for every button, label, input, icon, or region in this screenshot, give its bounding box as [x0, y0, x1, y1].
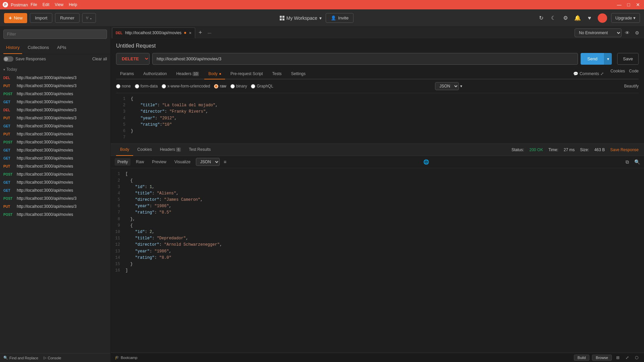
- settings-icon[interactable]: ⚙: [633, 30, 641, 36]
- send-dropdown-button[interactable]: ▾: [604, 53, 612, 65]
- tab-headers[interactable]: Headers 10: [172, 69, 203, 79]
- list-item[interactable]: GET http://localhost:3000/api/movies: [0, 122, 110, 130]
- history-url: http://localhost:3000/api/movies: [17, 164, 73, 169]
- tab-authorization[interactable]: Authorization: [139, 69, 171, 79]
- list-item[interactable]: PUT http://localhost:3000/api/movies/3: [0, 202, 110, 210]
- body-formdata-radio[interactable]: form-data: [135, 84, 158, 88]
- sidebar-search-input[interactable]: [3, 29, 107, 39]
- sidebar-tab-history[interactable]: History: [3, 42, 22, 54]
- find-replace-button[interactable]: 🔍 Find and Replace: [3, 356, 38, 360]
- resp-format-preview[interactable]: Preview: [149, 158, 169, 166]
- menu-file[interactable]: File: [31, 2, 37, 7]
- bootcamp-button[interactable]: 🎓 Bootcamp: [115, 355, 138, 360]
- tab-params[interactable]: Params: [116, 69, 138, 79]
- resp-format-raw[interactable]: Raw: [133, 158, 147, 166]
- more-tabs-button[interactable]: ···: [205, 30, 214, 36]
- eye-icon[interactable]: 👁: [623, 30, 632, 36]
- wrap-icon[interactable]: ≡: [224, 159, 226, 165]
- list-item[interactable]: POST http://localhost:3000/api/movies/3: [0, 194, 110, 202]
- list-item[interactable]: POST http://localhost:3000/api/movies: [0, 138, 110, 146]
- tab-pre-request[interactable]: Pre-request Script: [226, 69, 267, 79]
- body-none-radio[interactable]: none: [116, 84, 131, 88]
- list-item[interactable]: DEL http://localhost:3000/api/movies/3: [0, 74, 110, 82]
- new-button[interactable]: + New: [4, 13, 27, 23]
- copy-icon[interactable]: ⧉: [626, 159, 629, 165]
- upgrade-button[interactable]: Upgrade ▾: [611, 13, 640, 23]
- fork-button[interactable]: ⑂ ▾: [82, 13, 96, 23]
- resp-tab-body[interactable]: Body: [116, 144, 133, 156]
- save-responses-toggle[interactable]: Save Responses: [3, 56, 46, 62]
- body-graphql-radio[interactable]: GraphQL: [251, 84, 273, 88]
- history-url: http://localhost:3000/api/movies: [17, 148, 73, 153]
- send-button[interactable]: Send: [581, 53, 604, 65]
- sidebar-tab-collections[interactable]: Collections: [25, 42, 52, 54]
- maximize-btn[interactable]: □: [625, 2, 632, 7]
- save-button[interactable]: Save: [617, 53, 639, 65]
- list-item[interactable]: POST http://localhost:3000/api/movies: [0, 90, 110, 98]
- environment-dropdown[interactable]: No Environment: [575, 28, 622, 37]
- workspace-button[interactable]: My Workspace ▾: [280, 15, 322, 21]
- toggle-switch[interactable]: [3, 56, 13, 62]
- clear-all-button[interactable]: Clear all: [92, 57, 107, 61]
- list-item[interactable]: POST http://localhost:3000/api/movies: [0, 170, 110, 178]
- menu-help[interactable]: Help: [69, 2, 77, 7]
- resp-format-visualize[interactable]: Visualize: [172, 158, 193, 166]
- list-item[interactable]: GET http://localhost:3000/api/movies: [0, 186, 110, 194]
- minimize-btn[interactable]: —: [616, 2, 623, 7]
- list-item[interactable]: GET http://localhost:3000/api/movies: [0, 146, 110, 154]
- comments-button[interactable]: 💬 Comments ⤢: [571, 69, 606, 79]
- tab-settings[interactable]: Settings: [287, 69, 310, 79]
- body-format-select[interactable]: JSON: [435, 82, 459, 90]
- list-item[interactable]: PUT http://localhost:3000/api/movies: [0, 130, 110, 138]
- list-item[interactable]: PUT http://localhost:3000/api/movies/3: [0, 114, 110, 122]
- resp-tab-cookies[interactable]: Cookies: [133, 144, 156, 156]
- cookies-link[interactable]: Cookies: [610, 69, 625, 79]
- list-item[interactable]: PUT http://localhost:3000/api/movies: [0, 162, 110, 170]
- menu-edit[interactable]: Edit: [43, 2, 50, 7]
- browse-button[interactable]: Browse: [592, 355, 612, 361]
- beautify-button[interactable]: Beautify: [624, 84, 639, 88]
- tab-close[interactable]: ✕: [189, 31, 192, 35]
- search-icon[interactable]: 🔍: [634, 159, 640, 165]
- runner-button[interactable]: Runner: [55, 13, 79, 23]
- tab-tests[interactable]: Tests: [268, 69, 286, 79]
- layout-icon[interactable]: ⊞: [614, 355, 621, 360]
- list-item[interactable]: GET http://localhost:3000/api/movies: [0, 178, 110, 186]
- add-tab-button[interactable]: +: [196, 29, 205, 36]
- request-body-editor[interactable]: 1 { 2 "title": "La toalla del mojado", 3…: [116, 93, 639, 143]
- response-code-area: 1 [ 2 { 3 "id": 1, 4 "title": "Aliens",: [111, 171, 644, 274]
- list-item[interactable]: GET http://localhost:3000/api/movies: [0, 154, 110, 162]
- resp-tab-test-results[interactable]: Test Results: [185, 144, 215, 156]
- list-item[interactable]: GET http://localhost:3000/api/movies: [0, 98, 110, 106]
- method-select[interactable]: DELETE: [116, 53, 150, 65]
- bell-icon[interactable]: 🔔: [574, 15, 582, 21]
- list-item[interactable]: PUT http://localhost:3000/api/movies/3: [0, 82, 110, 90]
- share-icon[interactable]: ⬡: [633, 355, 640, 360]
- body-urlencoded-radio[interactable]: x-www-form-urlencoded: [162, 84, 210, 88]
- response-json-format-select[interactable]: JSON: [196, 158, 220, 166]
- body-raw-radio[interactable]: raw: [214, 84, 226, 88]
- resp-format-pretty[interactable]: Pretty: [115, 158, 130, 166]
- code-link[interactable]: Code: [629, 69, 639, 79]
- build-button[interactable]: Build: [574, 355, 589, 361]
- url-input[interactable]: [152, 53, 578, 65]
- list-item[interactable]: POST http://localhost:3000/api/movies: [0, 210, 110, 219]
- save-response-button[interactable]: Save Response: [610, 147, 639, 152]
- resp-tab-headers[interactable]: Headers 6: [156, 144, 185, 156]
- menu-view[interactable]: View: [55, 2, 63, 7]
- close-btn[interactable]: ✕: [635, 2, 641, 7]
- expand-icon[interactable]: ⤢: [624, 355, 631, 360]
- body-binary-radio[interactable]: binary: [230, 84, 247, 88]
- sync-icon[interactable]: ↻: [537, 15, 545, 21]
- console-button[interactable]: ▷ Console: [44, 356, 61, 360]
- sidebar-tab-apis[interactable]: APIs: [54, 42, 69, 54]
- avatar[interactable]: [598, 13, 607, 23]
- moon-icon[interactable]: ☾: [549, 15, 557, 21]
- request-tab[interactable]: DEL http://localhost:3000/api/movies ✕: [112, 27, 195, 38]
- invite-button[interactable]: 👤 Invite: [326, 13, 354, 23]
- tab-body[interactable]: Body: [204, 69, 225, 79]
- import-button[interactable]: Import: [30, 13, 52, 23]
- settings-icon[interactable]: ⚙: [561, 15, 570, 21]
- list-item[interactable]: DEL http://localhost:3000/api/movies/3: [0, 106, 110, 114]
- heart-icon[interactable]: ♥: [586, 15, 594, 21]
